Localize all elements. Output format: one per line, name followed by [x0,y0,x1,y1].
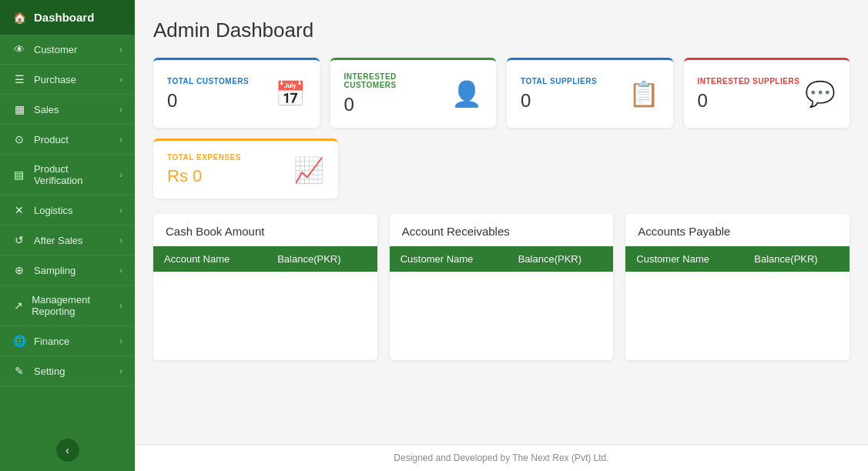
footer-text: Designed and Developed by The Next Rex (… [394,453,608,463]
sidebar-item-left-setting: ✎ Setting [12,365,65,377]
table-card-account-receivables: Account Receivables Customer NameBalance… [390,214,614,360]
sidebar-item-left-purchase: ☰ Purchase [12,73,76,85]
chevron-icon-purchase: › [119,75,122,84]
sidebar-item-left-sales: ▦ Sales [12,103,59,115]
sidebar-label-after-sales: After Sales [34,235,83,246]
table-header-row-account-receivables: Customer NameBalance(PKR) [390,246,614,272]
sidebar-label-product-verification: Product Verification [34,163,119,186]
sidebar-item-left-sampling: ⊕ Sampling [12,264,75,276]
sidebar-item-left-product-verification: ▤ Product Verification [12,163,119,186]
sidebar-item-after-sales[interactable]: ↺ After Sales › [0,225,135,256]
sidebar-item-finance[interactable]: 🌐 Finance › [0,326,135,356]
table-card-cash-book: Cash Book Amount Account NameBalance(PKR… [153,214,377,360]
dashboard-icon: 🏠 [12,12,26,24]
sidebar-item-left-management-reporting: ↗ Management Reporting [12,294,119,317]
sidebar-label-product: Product [34,134,69,145]
table-body-accounts-payable [625,272,850,349]
sidebar-icon-finance: 🌐 [12,335,26,347]
sidebar-item-setting[interactable]: ✎ Setting › [0,356,135,386]
stat-card-interested-suppliers: INTERESTED SUPPLIERS 0 💬 [684,58,850,128]
expenses-card: TOTAL EXPENSES Rs 0 📈 [153,139,338,199]
col-header-account-receivables: Customer Name [390,246,508,272]
expenses-value: Rs 0 [167,166,241,186]
data-table-accounts-payable: Customer NameBalance(PKR) [625,246,850,349]
stat-label-total-customers: TOTAL CUSTOMERS [167,77,249,85]
expenses-row: TOTAL EXPENSES Rs 0 📈 [153,139,850,199]
sidebar-bottom: ‹ [0,429,135,471]
page-title: Admin Dashboard [153,18,850,42]
sidebar-nav: 👁 Customer › ☰ Purchase › ▦ Sales › ⊙ Pr… [0,35,135,429]
table-title-account-receivables: Account Receivables [390,214,614,246]
stat-info-total-suppliers: TOTAL SUPPLIERS 0 [521,77,597,112]
sidebar-item-left-finance: 🌐 Finance [12,335,69,347]
sidebar-item-purchase[interactable]: ☰ Purchase › [0,65,135,95]
sidebar-label-finance: Finance [34,336,69,347]
sidebar-item-management-reporting[interactable]: ↗ Management Reporting › [0,286,135,326]
col-header-account-receivables: Balance(PKR) [508,246,614,272]
sidebar-label-management-reporting: Management Reporting [32,294,119,317]
main-content-area: Admin Dashboard TOTAL CUSTOMERS 0 📅 INTE… [135,0,868,471]
col-header-cash-book: Balance(PKR) [266,246,377,272]
chevron-icon-product: › [119,135,122,144]
sidebar-header[interactable]: 🏠 Dashboard [0,0,135,35]
chevron-icon-sampling: › [119,266,122,275]
sidebar-item-logistics[interactable]: ✕ Logistics › [0,195,135,225]
chevron-icon-logistics: › [119,205,122,215]
chevron-icon-finance: › [119,336,122,346]
sidebar-item-left-customer: 👁 Customer [12,43,77,55]
stat-value-interested-suppliers: 0 [698,90,800,112]
sidebar-icon-purchase: ☰ [12,73,26,85]
sidebar-item-customer[interactable]: 👁 Customer › [0,35,135,65]
table-body-account-receivables [390,272,614,349]
sidebar-label-setting: Setting [34,366,65,377]
stat-value-total-suppliers: 0 [521,90,597,112]
table-title-cash-book: Cash Book Amount [153,214,377,246]
dashboard-content: Admin Dashboard TOTAL CUSTOMERS 0 📅 INTE… [135,0,868,444]
table-header-row-cash-book: Account NameBalance(PKR) [153,246,377,272]
table-title-accounts-payable: Accounts Payable [625,214,850,246]
stat-label-interested-suppliers: INTERESTED SUPPLIERS [698,77,800,85]
sidebar-item-left-after-sales: ↺ After Sales [12,234,83,246]
stat-cards-row: TOTAL CUSTOMERS 0 📅 INTERESTED CUSTOMERS… [153,58,850,128]
stat-card-interested-customers: INTERESTED CUSTOMERS 0 👤 [330,58,497,128]
sidebar-item-left-product: ⊙ Product [12,133,69,145]
stat-label-total-suppliers: TOTAL SUPPLIERS [521,77,597,85]
sidebar-icon-after-sales: ↺ [12,234,26,246]
stat-info-interested-customers: INTERESTED CUSTOMERS 0 [344,72,452,115]
sidebar-item-product[interactable]: ⊙ Product › [0,125,135,155]
expenses-info: TOTAL EXPENSES Rs 0 [167,153,241,186]
sidebar-item-sales[interactable]: ▦ Sales › [0,95,135,125]
data-table-cash-book: Account NameBalance(PKR) [153,246,377,349]
sidebar-item-sampling[interactable]: ⊕ Sampling › [0,256,135,286]
sidebar-icon-product-verification: ▤ [12,169,26,181]
sidebar-icon-management-reporting: ↗ [12,299,24,312]
chevron-icon-management-reporting: › [119,301,122,310]
table-card-accounts-payable: Accounts Payable Customer NameBalance(PK… [625,214,850,360]
col-header-accounts-payable: Customer Name [625,246,743,272]
stat-icon-interested-customers: 👤 [451,79,482,109]
sidebar-icon-customer: 👁 [12,43,26,55]
table-body-cash-book [153,272,377,349]
data-table-account-receivables: Customer NameBalance(PKR) [390,246,614,349]
chevron-icon-setting: › [119,366,122,376]
stat-value-interested-customers: 0 [344,94,452,115]
sidebar-icon-setting: ✎ [12,365,26,377]
sidebar-header-label: Dashboard [34,11,94,24]
stat-card-total-customers: TOTAL CUSTOMERS 0 📅 [153,58,320,128]
sidebar: 🏠 Dashboard 👁 Customer › ☰ Purchase › ▦ … [0,0,135,471]
stat-icon-interested-suppliers: 💬 [805,79,836,109]
col-header-cash-book: Account Name [153,246,266,272]
chevron-icon-after-sales: › [119,236,122,245]
chevron-icon-sales: › [119,105,122,114]
stat-icon-total-customers: 📅 [275,79,306,109]
sidebar-item-product-verification[interactable]: ▤ Product Verification › [0,155,135,195]
sidebar-label-purchase: Purchase [34,74,76,85]
expenses-icon: 📈 [293,155,324,185]
sidebar-label-sampling: Sampling [34,265,75,276]
collapse-button[interactable]: ‹ [56,439,79,462]
table-header-row-accounts-payable: Customer NameBalance(PKR) [625,246,850,272]
sidebar-icon-logistics: ✕ [12,204,26,216]
expenses-label: TOTAL EXPENSES [167,153,241,162]
chevron-icon-product-verification: › [119,170,122,179]
footer: Designed and Developed by The Next Rex (… [135,444,868,471]
